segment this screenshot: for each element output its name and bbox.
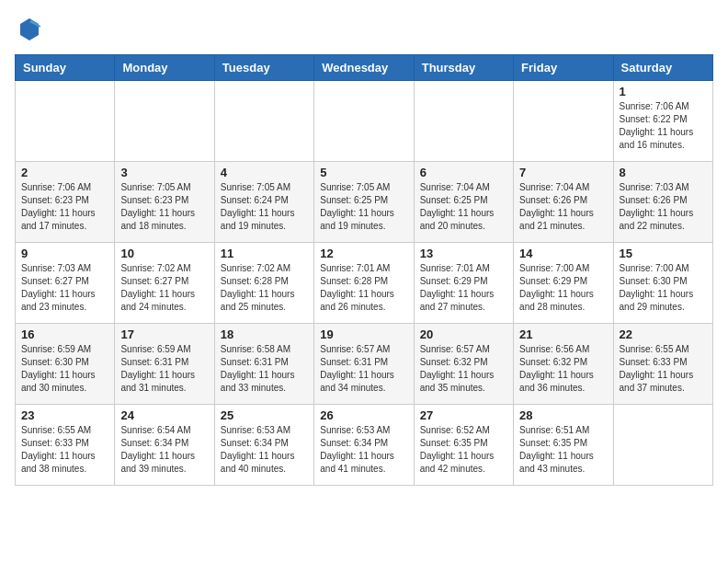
day-info: Sunrise: 6:53 AM Sunset: 6:34 PM Dayligh…: [320, 424, 407, 476]
day-info: Sunrise: 7:04 AM Sunset: 6:26 PM Dayligh…: [519, 181, 607, 233]
calendar-day-cell: 18Sunrise: 6:58 AM Sunset: 6:31 PM Dayli…: [214, 324, 313, 405]
svg-marker-0: [20, 18, 39, 40]
day-info: Sunrise: 6:56 AM Sunset: 6:32 PM Dayligh…: [519, 343, 607, 395]
calendar-day-cell: 4Sunrise: 7:05 AM Sunset: 6:24 PM Daylig…: [214, 162, 313, 243]
day-number: 23: [21, 408, 108, 422]
logo-icon: [17, 15, 42, 40]
day-number: 28: [519, 408, 607, 422]
day-info: Sunrise: 7:01 AM Sunset: 6:28 PM Dayligh…: [320, 262, 407, 314]
day-info: Sunrise: 7:02 AM Sunset: 6:27 PM Dayligh…: [120, 262, 208, 314]
calendar-day-cell: 17Sunrise: 6:59 AM Sunset: 6:31 PM Dayli…: [115, 324, 214, 405]
day-of-week-header: Thursday: [414, 55, 513, 81]
calendar-body: 1Sunrise: 7:06 AM Sunset: 6:22 PM Daylig…: [16, 81, 713, 486]
day-info: Sunrise: 7:06 AM Sunset: 6:22 PM Dayligh…: [620, 100, 707, 152]
day-info: Sunrise: 6:55 AM Sunset: 6:33 PM Dayligh…: [21, 424, 108, 476]
day-number: 7: [519, 166, 607, 179]
calendar-day-cell: 28Sunrise: 6:51 AM Sunset: 6:35 PM Dayli…: [514, 405, 613, 486]
calendar-week-row: 16Sunrise: 6:59 AM Sunset: 6:30 PM Dayli…: [16, 324, 713, 405]
calendar-day-cell: 9Sunrise: 7:03 AM Sunset: 6:27 PM Daylig…: [16, 243, 115, 324]
day-number: 3: [120, 166, 208, 179]
calendar-day-cell: [414, 81, 513, 162]
calendar-day-cell: 26Sunrise: 6:53 AM Sunset: 6:34 PM Dayli…: [314, 405, 414, 486]
day-number: 10: [120, 247, 208, 260]
calendar-week-row: 1Sunrise: 7:06 AM Sunset: 6:22 PM Daylig…: [16, 81, 713, 162]
day-of-week-header: Sunday: [16, 55, 115, 81]
day-info: Sunrise: 7:05 AM Sunset: 6:23 PM Dayligh…: [120, 181, 208, 233]
day-number: 12: [320, 247, 407, 260]
day-of-week-header: Saturday: [613, 55, 712, 81]
day-of-week-header: Monday: [115, 55, 214, 81]
day-number: 5: [320, 166, 407, 179]
calendar-day-cell: 22Sunrise: 6:55 AM Sunset: 6:33 PM Dayli…: [613, 324, 712, 405]
day-number: 24: [120, 408, 208, 422]
day-number: 9: [21, 247, 108, 260]
day-info: Sunrise: 6:54 AM Sunset: 6:34 PM Dayligh…: [120, 424, 208, 476]
calendar-day-cell: 3Sunrise: 7:05 AM Sunset: 6:23 PM Daylig…: [115, 162, 214, 243]
day-info: Sunrise: 7:06 AM Sunset: 6:23 PM Dayligh…: [21, 181, 108, 233]
day-info: Sunrise: 6:58 AM Sunset: 6:31 PM Dayligh…: [221, 343, 308, 395]
calendar-day-cell: 21Sunrise: 6:56 AM Sunset: 6:32 PM Dayli…: [514, 324, 613, 405]
calendar-day-cell: 7Sunrise: 7:04 AM Sunset: 6:26 PM Daylig…: [514, 162, 613, 243]
day-info: Sunrise: 6:51 AM Sunset: 6:35 PM Dayligh…: [519, 424, 607, 476]
day-number: 2: [21, 166, 108, 179]
calendar-day-cell: 24Sunrise: 6:54 AM Sunset: 6:34 PM Dayli…: [115, 405, 214, 486]
calendar-day-cell: [613, 405, 712, 486]
day-info: Sunrise: 6:59 AM Sunset: 6:30 PM Dayligh…: [21, 343, 108, 395]
day-info: Sunrise: 6:59 AM Sunset: 6:31 PM Dayligh…: [120, 343, 208, 395]
calendar-day-cell: 2Sunrise: 7:06 AM Sunset: 6:23 PM Daylig…: [16, 162, 115, 243]
day-info: Sunrise: 7:05 AM Sunset: 6:24 PM Dayligh…: [221, 181, 308, 233]
day-of-week-header: Wednesday: [314, 55, 414, 81]
calendar-day-cell: 19Sunrise: 6:57 AM Sunset: 6:31 PM Dayli…: [314, 324, 414, 405]
calendar-day-cell: [314, 81, 414, 162]
day-number: 8: [620, 166, 707, 179]
day-of-week-header: Friday: [514, 55, 613, 81]
day-number: 6: [420, 166, 507, 179]
calendar-day-cell: 14Sunrise: 7:00 AM Sunset: 6:29 PM Dayli…: [514, 243, 613, 324]
day-number: 25: [221, 408, 308, 422]
day-number: 14: [519, 247, 607, 260]
day-number: 22: [620, 327, 707, 341]
calendar-day-cell: 12Sunrise: 7:01 AM Sunset: 6:28 PM Dayli…: [314, 243, 414, 324]
calendar-day-cell: 10Sunrise: 7:02 AM Sunset: 6:27 PM Dayli…: [115, 243, 214, 324]
calendar-day-cell: 15Sunrise: 7:00 AM Sunset: 6:30 PM Dayli…: [613, 243, 712, 324]
day-number: 17: [120, 327, 208, 341]
calendar-day-cell: 16Sunrise: 6:59 AM Sunset: 6:30 PM Dayli…: [16, 324, 115, 405]
day-info: Sunrise: 7:00 AM Sunset: 6:29 PM Dayligh…: [519, 262, 607, 314]
calendar-week-row: 2Sunrise: 7:06 AM Sunset: 6:23 PM Daylig…: [16, 162, 713, 243]
day-number: 18: [221, 327, 308, 341]
day-number: 21: [519, 327, 607, 341]
day-number: 27: [420, 408, 507, 422]
day-info: Sunrise: 7:05 AM Sunset: 6:25 PM Dayligh…: [320, 181, 407, 233]
calendar-week-row: 9Sunrise: 7:03 AM Sunset: 6:27 PM Daylig…: [16, 243, 713, 324]
days-of-week-row: SundayMondayTuesdayWednesdayThursdayFrid…: [16, 55, 713, 81]
calendar-day-cell: [214, 81, 313, 162]
day-number: 19: [320, 327, 407, 341]
day-number: 11: [221, 247, 308, 260]
calendar-day-cell: 13Sunrise: 7:01 AM Sunset: 6:29 PM Dayli…: [414, 243, 513, 324]
page-header: [15, 15, 713, 45]
day-number: 4: [221, 166, 308, 179]
calendar-table: SundayMondayTuesdayWednesdayThursdayFrid…: [15, 54, 713, 486]
calendar-day-cell: 25Sunrise: 6:53 AM Sunset: 6:34 PM Dayli…: [214, 405, 313, 486]
calendar-day-cell: 8Sunrise: 7:03 AM Sunset: 6:26 PM Daylig…: [613, 162, 712, 243]
day-info: Sunrise: 6:57 AM Sunset: 6:32 PM Dayligh…: [420, 343, 507, 395]
day-number: 13: [420, 247, 507, 260]
calendar-day-cell: 27Sunrise: 6:52 AM Sunset: 6:35 PM Dayli…: [414, 405, 513, 486]
calendar-week-row: 23Sunrise: 6:55 AM Sunset: 6:33 PM Dayli…: [16, 405, 713, 486]
day-number: 20: [420, 327, 507, 341]
calendar-day-cell: 5Sunrise: 7:05 AM Sunset: 6:25 PM Daylig…: [314, 162, 414, 243]
day-info: Sunrise: 6:53 AM Sunset: 6:34 PM Dayligh…: [221, 424, 308, 476]
calendar-day-cell: [514, 81, 613, 162]
day-info: Sunrise: 6:52 AM Sunset: 6:35 PM Dayligh…: [420, 424, 507, 476]
calendar-day-cell: 20Sunrise: 6:57 AM Sunset: 6:32 PM Dayli…: [414, 324, 513, 405]
day-info: Sunrise: 7:03 AM Sunset: 6:27 PM Dayligh…: [21, 262, 108, 314]
day-info: Sunrise: 7:00 AM Sunset: 6:30 PM Dayligh…: [620, 262, 707, 314]
calendar-day-cell: [115, 81, 214, 162]
calendar-day-cell: 1Sunrise: 7:06 AM Sunset: 6:22 PM Daylig…: [613, 81, 712, 162]
day-info: Sunrise: 6:57 AM Sunset: 6:31 PM Dayligh…: [320, 343, 407, 395]
day-info: Sunrise: 7:01 AM Sunset: 6:29 PM Dayligh…: [420, 262, 507, 314]
day-number: 26: [320, 408, 407, 422]
day-info: Sunrise: 7:04 AM Sunset: 6:25 PM Dayligh…: [420, 181, 507, 233]
day-number: 15: [620, 247, 707, 260]
calendar-day-cell: 23Sunrise: 6:55 AM Sunset: 6:33 PM Dayli…: [16, 405, 115, 486]
